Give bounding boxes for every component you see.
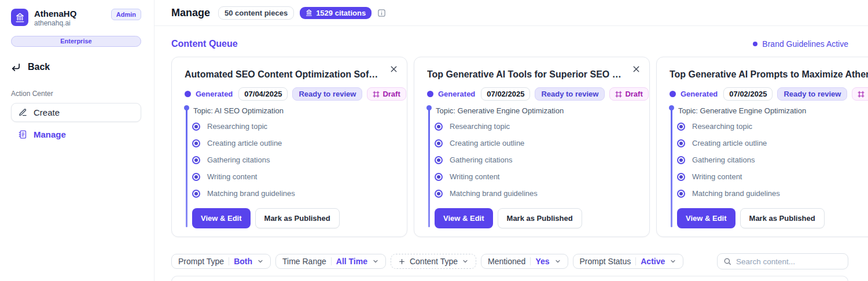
topic-label: Topic: Generative Engine Optimization — [436, 106, 637, 116]
step-radio-icon — [677, 139, 685, 147]
queue-header: Content Queue Brand Guidelines Active — [171, 39, 848, 49]
step-row: Researching topic — [192, 123, 394, 131]
app-window: AthenaHQ athenahq.ai Admin Enterprise Ba… — [0, 0, 868, 281]
generated-dot-icon — [670, 91, 676, 97]
org-name: AthenaHQ — [34, 9, 76, 19]
generated-label: Generated — [438, 90, 475, 98]
card-actions: View & Edit Mark as Published — [677, 208, 868, 228]
back-label: Back — [28, 62, 50, 72]
prompt-type-filter[interactable]: Prompt Type Both — [171, 254, 271, 269]
ready-to-review-badge: Ready to review — [777, 87, 847, 101]
step-row: Creating article outline — [435, 139, 637, 147]
sidebar: AthenaHQ athenahq.ai Admin Enterprise Ba… — [0, 0, 155, 281]
frame-icon — [615, 91, 622, 98]
page-title: Manage — [171, 7, 210, 19]
athenahq-logo — [11, 9, 28, 26]
step-row: Writing content — [677, 173, 868, 181]
content-pieces-badge: 50 content pieces — [218, 6, 294, 20]
card-timeline: Topic: AI SEO Optimization Researching t… — [185, 106, 394, 228]
divider — [635, 257, 636, 265]
steps-list: Researching topic Creating article outli… — [677, 123, 868, 198]
plus-icon — [398, 258, 406, 265]
content-queue-cards: Automated SEO Content Optimization Softw… — [171, 57, 868, 237]
main-content: Manage 50 content pieces 1529 citations … — [155, 0, 868, 281]
close-icon[interactable] — [389, 64, 399, 74]
card-timeline: Topic: Generative Engine Optimization Re… — [670, 106, 868, 228]
steps-list: Researching topic Creating article outli… — [192, 123, 394, 198]
view-edit-button[interactable]: View & Edit — [677, 208, 735, 228]
date-badge: 07/02/2025 — [481, 87, 530, 101]
card-badges: Generated 07/02/2025 Ready to review Dra… — [670, 87, 868, 101]
brand-guidelines-status: Brand Guidelines Active — [753, 39, 848, 49]
status-dot-icon — [753, 42, 757, 46]
admin-badge: Admin — [111, 9, 141, 20]
topic-label: Topic: Generative Engine Optimization — [678, 106, 868, 116]
step-radio-icon — [677, 156, 685, 164]
card-title: Top Generative AI Prompts to Maximize At… — [670, 69, 868, 80]
mark-published-button[interactable]: Mark as Published — [255, 208, 340, 228]
time-range-filter[interactable]: Time Range All Time — [275, 254, 386, 269]
action-center-label: Action Center — [11, 90, 141, 98]
draft-badge: Draft — [367, 87, 406, 101]
step-radio-icon — [192, 173, 200, 181]
search-input[interactable] — [736, 257, 842, 266]
view-edit-button[interactable]: View & Edit — [435, 208, 493, 228]
info-icon[interactable] — [377, 9, 386, 17]
step-radio-icon — [677, 190, 685, 198]
sidebar-item-create[interactable]: Create — [11, 103, 141, 122]
topic-label: Topic: AI SEO Optimization — [193, 106, 394, 116]
step-row: Writing content — [435, 173, 637, 181]
draft-badge: Draft — [852, 87, 868, 101]
mentioned-filter[interactable]: Mentioned Yes — [481, 254, 568, 269]
divider — [331, 257, 332, 265]
step-row: Researching topic — [677, 123, 868, 131]
sidebar-item-label: Create — [34, 108, 60, 117]
ready-to-review-badge: Ready to review — [292, 87, 362, 101]
step-row: Matching brand guidelines — [192, 190, 394, 198]
card-timeline: Topic: Generative Engine Optimization Re… — [427, 106, 637, 228]
content-card: Top Generative AI Tools for Superior SEO… — [414, 57, 650, 237]
divider — [229, 257, 229, 265]
chevron-down-icon — [554, 258, 561, 265]
chevron-down-icon — [372, 258, 379, 265]
content-card: Automated SEO Content Optimization Softw… — [171, 57, 407, 237]
step-row: Gathering citations — [192, 156, 394, 164]
step-radio-icon — [192, 123, 200, 131]
card-title: Automated SEO Content Optimization Softw… — [185, 69, 394, 80]
org-header: AthenaHQ athenahq.ai Admin — [11, 9, 141, 28]
brand-status-label: Brand Guidelines Active — [762, 39, 848, 49]
step-row: Researching topic — [435, 123, 637, 131]
mark-published-button[interactable]: Mark as Published — [740, 208, 825, 228]
close-icon[interactable] — [631, 64, 641, 74]
page-header: Manage 50 content pieces 1529 citations — [155, 0, 868, 26]
view-edit-button[interactable]: View & Edit — [192, 208, 251, 228]
content-type-filter[interactable]: Content Type — [391, 254, 476, 269]
card-title: Top Generative AI Tools for Superior SEO… — [427, 69, 637, 80]
filter-bar: Prompt Type Both Time Range All Time Con… — [171, 253, 848, 269]
prompt-status-filter[interactable]: Prompt Status Active — [573, 254, 684, 269]
landmark-icon — [15, 13, 25, 23]
citations-count: 1529 citations — [316, 8, 366, 18]
pencil-icon — [19, 108, 27, 117]
frame-icon — [858, 91, 865, 98]
step-row: Matching brand guidelines — [435, 190, 637, 198]
step-radio-icon — [435, 190, 443, 198]
step-radio-icon — [435, 139, 443, 147]
org-domain: athenahq.ai — [34, 19, 76, 28]
mark-published-button[interactable]: Mark as Published — [498, 208, 582, 228]
sidebar-item-manage[interactable]: Manage — [11, 130, 141, 139]
generated-label: Generated — [681, 90, 718, 98]
plan-badge: Enterprise — [11, 36, 141, 47]
content-queue-heading: Content Queue — [171, 39, 238, 49]
back-button[interactable]: Back — [11, 62, 141, 72]
chevron-down-icon — [257, 258, 264, 265]
card-actions: View & Edit Mark as Published — [192, 208, 394, 228]
draft-label: Draft — [382, 89, 400, 99]
content-card: Top Generative AI Prompts to Maximize At… — [656, 57, 868, 237]
draft-badge: Draft — [609, 87, 648, 101]
step-radio-icon — [435, 156, 443, 164]
search-container — [717, 253, 848, 269]
step-radio-icon — [677, 123, 685, 131]
step-radio-icon — [192, 156, 200, 164]
step-radio-icon — [435, 123, 443, 131]
